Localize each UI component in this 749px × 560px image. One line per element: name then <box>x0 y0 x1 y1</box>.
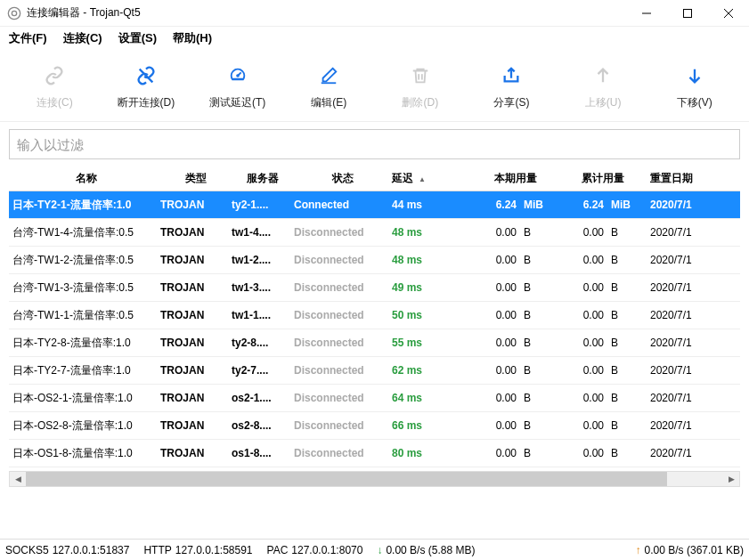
cell-period-value: 0.00 <box>472 254 517 266</box>
cell-total-unit: B <box>604 337 647 349</box>
svg-point-0 <box>8 7 20 19</box>
scroll-thumb[interactable] <box>26 472 667 486</box>
cell-total-value: 0.00 <box>559 337 604 349</box>
cell-status: Disconnected <box>294 447 392 459</box>
cell-type: TROJAN <box>160 392 232 404</box>
disconnect-button[interactable]: 断开连接(D) <box>101 66 192 110</box>
menu-connect[interactable]: 连接(C) <box>63 30 102 46</box>
cell-server: ty2-7.... <box>232 364 294 377</box>
table-row[interactable]: 日本-TY2-7-流量倍率:1.0TROJANty2-7....Disconne… <box>9 357 740 385</box>
cell-name: 台湾-TW1-4-流量倍率:0.5 <box>9 225 160 240</box>
move-up-button[interactable]: 上移(U) <box>558 66 649 110</box>
cell-total-unit: B <box>604 309 647 321</box>
cell-type: TROJAN <box>160 254 232 266</box>
cell-period-value: 0.00 <box>472 281 517 294</box>
cell-total-unit: B <box>604 226 647 239</box>
cell-type: TROJAN <box>160 281 232 294</box>
col-status[interactable]: 状态 <box>294 171 392 186</box>
cell-type: TROJAN <box>160 226 232 239</box>
table-row[interactable]: 日本-OS2-8-流量倍率:1.0TROJANos2-8....Disconne… <box>9 412 740 440</box>
horizontal-scrollbar[interactable]: ◀ ▶ <box>9 471 740 487</box>
cell-period-value: 0.00 <box>472 337 517 349</box>
menu-file[interactable]: 文件(F) <box>9 30 47 46</box>
close-button[interactable] <box>708 0 749 27</box>
upload-arrow-icon: ↑ <box>636 544 641 556</box>
cell-period-unit: B <box>517 337 559 349</box>
col-server[interactable]: 服务器 <box>232 171 294 186</box>
cell-type: TROJAN <box>160 364 232 377</box>
cell-latency: 62 ms <box>392 364 472 377</box>
link-icon <box>45 66 64 88</box>
test-latency-button[interactable]: 测试延迟(T) <box>191 66 283 110</box>
menu-settings[interactable]: 设置(S) <box>118 30 157 46</box>
cell-status: Disconnected <box>294 281 392 294</box>
edit-button[interactable]: 编辑(E) <box>283 66 375 110</box>
cell-name: 日本-OS2-8-流量倍率:1.0 <box>9 418 160 434</box>
table-row[interactable]: 日本-TY2-8-流量倍率:1.0TROJANty2-8....Disconne… <box>9 329 740 357</box>
table-row[interactable]: 台湾-TW1-4-流量倍率:0.5TROJANtw1-4....Disconne… <box>9 219 740 247</box>
col-type[interactable]: 类型 <box>160 171 232 186</box>
delete-button[interactable]: 删除(D) <box>375 66 467 110</box>
cell-name: 日本-TY2-1-流量倍率:1.0 <box>9 198 160 213</box>
cell-total-value: 0.00 <box>559 447 604 459</box>
share-icon <box>501 66 521 88</box>
titlebar: 连接编辑器 - Trojan-Qt5 <box>0 0 749 27</box>
cell-latency: 48 ms <box>392 226 472 239</box>
cell-total-value: 0.00 <box>559 281 604 294</box>
table-row[interactable]: 台湾-TW1-2-流量倍率:0.5TROJANtw1-2....Disconne… <box>9 247 740 274</box>
connection-table: 名称 类型 服务器 状态 延迟 本期用量 累计用量 重置日期 日本-TY2-1-… <box>9 166 740 469</box>
cell-total-value: 0.00 <box>559 392 604 404</box>
trash-icon <box>411 66 430 88</box>
cell-server: tw1-1.... <box>232 309 294 321</box>
maximize-button[interactable] <box>667 0 708 27</box>
move-down-button[interactable]: 下移(V) <box>648 66 740 110</box>
cell-reset-date: 2020/7/1 <box>647 226 718 239</box>
cell-status: Disconnected <box>294 226 392 239</box>
connect-button[interactable]: 连接(C) <box>9 66 101 110</box>
col-period[interactable]: 本期用量 <box>472 171 559 186</box>
cell-total-unit: MiB <box>604 199 647 211</box>
cell-latency: 49 ms <box>392 281 472 294</box>
scroll-right-arrow[interactable]: ▶ <box>723 472 739 486</box>
cell-status: Disconnected <box>294 337 392 349</box>
scroll-left-arrow[interactable]: ◀ <box>10 472 26 486</box>
http-addr: 127.0.0.1:58591 <box>175 544 253 556</box>
table-row[interactable]: 日本-OS1-7-流量倍率:1.0TROJANos1-7....Disconne… <box>9 467 740 469</box>
share-label: 分享(S) <box>493 95 529 110</box>
table-row[interactable]: 台湾-TW1-3-流量倍率:0.5TROJANtw1-3....Disconne… <box>9 274 740 302</box>
col-name[interactable]: 名称 <box>9 171 160 186</box>
cell-type: TROJAN <box>160 309 232 321</box>
disconnect-label: 断开连接(D) <box>118 95 175 110</box>
share-button[interactable]: 分享(S) <box>466 66 558 110</box>
minimize-button[interactable] <box>626 0 667 27</box>
download-arrow-icon: ↓ <box>377 544 382 556</box>
cell-status: Disconnected <box>294 254 392 266</box>
table-row[interactable]: 日本-TY2-1-流量倍率:1.0TROJANty2-1....Connecte… <box>9 191 740 219</box>
moveup-label: 上移(U) <box>585 95 622 110</box>
pac-addr: 127.0.0.1:8070 <box>291 544 362 556</box>
cell-reset-date: 2020/7/1 <box>647 199 718 211</box>
cell-status: Disconnected <box>294 364 392 377</box>
cell-server: os2-8.... <box>232 419 294 432</box>
cell-server: tw1-3.... <box>232 281 294 294</box>
cell-status: Disconnected <box>294 392 392 404</box>
menubar: 文件(F) 连接(C) 设置(S) 帮助(H) <box>0 27 749 50</box>
menu-help[interactable]: 帮助(H) <box>173 30 212 46</box>
cell-period-unit: MiB <box>517 199 559 211</box>
col-reset[interactable]: 重置日期 <box>647 171 718 186</box>
scroll-track[interactable] <box>26 472 723 486</box>
svg-point-1 <box>12 11 16 15</box>
cell-name: 日本-TY2-8-流量倍率:1.0 <box>9 336 160 351</box>
pencil-icon <box>319 66 338 88</box>
cell-total-unit: B <box>604 364 647 377</box>
filter-input[interactable] <box>9 129 740 159</box>
cell-period-unit: B <box>517 254 559 266</box>
col-total[interactable]: 累计用量 <box>559 171 647 186</box>
table-row[interactable]: 台湾-TW1-1-流量倍率:0.5TROJANtw1-1....Disconne… <box>9 302 740 329</box>
arrow-up-icon <box>593 66 613 88</box>
cell-name: 日本-TY2-7-流量倍率:1.0 <box>9 363 160 378</box>
col-latency[interactable]: 延迟 <box>392 171 472 186</box>
table-row[interactable]: 日本-OS1-8-流量倍率:1.0TROJANos1-8....Disconne… <box>9 440 740 467</box>
cell-reset-date: 2020/7/1 <box>647 254 718 266</box>
table-row[interactable]: 日本-OS2-1-流量倍率:1.0TROJANos2-1....Disconne… <box>9 385 740 412</box>
